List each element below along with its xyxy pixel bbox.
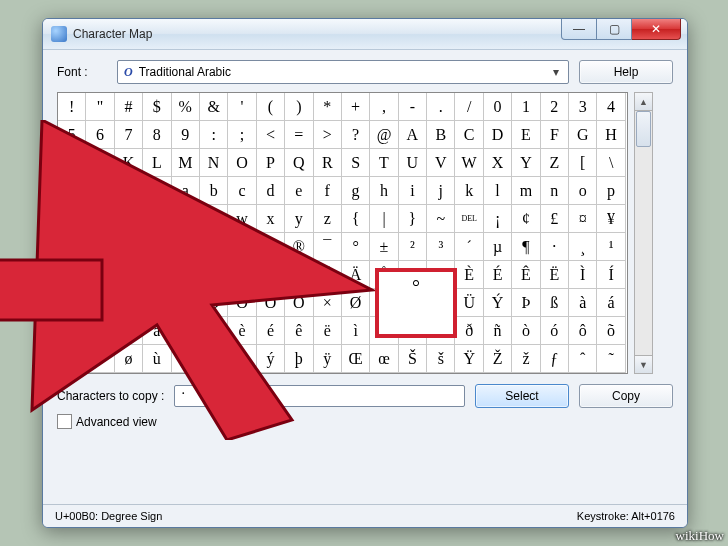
char-cell[interactable]: Ÿ: [455, 345, 483, 373]
char-cell[interactable]: (: [257, 93, 285, 121]
char-cell[interactable]: 9: [172, 121, 200, 149]
char-cell[interactable]: š: [427, 345, 455, 373]
char-cell[interactable]: I: [58, 149, 86, 177]
char-cell[interactable]: 6: [86, 121, 114, 149]
char-cell[interactable]: ±: [370, 233, 398, 261]
char-cell[interactable]: µ: [484, 233, 512, 261]
char-cell[interactable]: ^: [86, 177, 114, 205]
char-cell[interactable]: ¼: [115, 261, 143, 289]
maximize-button[interactable]: ▢: [597, 19, 632, 40]
char-cell[interactable]: ñ: [484, 317, 512, 345]
char-cell[interactable]: 8: [143, 121, 171, 149]
char-cell[interactable]: ¦: [58, 233, 86, 261]
char-cell[interactable]: ¢: [512, 205, 540, 233]
char-cell[interactable]: Ñ: [143, 289, 171, 317]
char-cell[interactable]: i: [399, 177, 427, 205]
char-cell[interactable]: ´: [455, 233, 483, 261]
char-cell[interactable]: 5: [58, 121, 86, 149]
char-cell[interactable]: £: [541, 205, 569, 233]
char-cell[interactable]: ,: [370, 93, 398, 121]
char-cell[interactable]: ˜: [597, 345, 625, 373]
char-cell[interactable]: ã: [86, 317, 114, 345]
char-cell[interactable]: T: [370, 149, 398, 177]
char-cell[interactable]: $: [143, 93, 171, 121]
char-cell[interactable]: ¤: [569, 205, 597, 233]
char-cell[interactable]: Q: [285, 149, 313, 177]
char-cell[interactable]: Ê: [512, 261, 540, 289]
char-cell[interactable]: œ: [370, 345, 398, 373]
char-cell[interactable]: Â: [285, 261, 313, 289]
char-cell[interactable]: DEL: [455, 205, 483, 233]
char-cell[interactable]: Þ: [512, 289, 540, 317]
char-cell[interactable]: ): [285, 93, 313, 121]
char-cell[interactable]: ]: [58, 177, 86, 205]
char-cell[interactable]: n: [541, 177, 569, 205]
scroll-up-icon[interactable]: ▲: [635, 93, 652, 111]
characters-to-copy-input[interactable]: ·: [174, 385, 465, 407]
char-cell[interactable]: :: [200, 121, 228, 149]
char-cell[interactable]: ž: [512, 345, 540, 373]
char-cell[interactable]: B: [427, 121, 455, 149]
char-cell[interactable]: ~: [427, 205, 455, 233]
char-cell[interactable]: O: [228, 149, 256, 177]
char-cell[interactable]: ì: [342, 317, 370, 345]
char-cell[interactable]: V: [427, 149, 455, 177]
char-cell[interactable]: F: [541, 121, 569, 149]
char-cell[interactable]: þ: [285, 345, 313, 373]
char-cell[interactable]: Ö: [285, 289, 313, 317]
char-cell[interactable]: ¿: [200, 261, 228, 289]
help-button[interactable]: Help: [579, 60, 673, 84]
char-cell[interactable]: G: [569, 121, 597, 149]
char-cell[interactable]: ƒ: [541, 345, 569, 373]
char-cell[interactable]: ·: [541, 233, 569, 261]
char-cell[interactable]: m: [512, 177, 540, 205]
char-cell[interactable]: M: [172, 149, 200, 177]
titlebar[interactable]: Character Map — ▢ ✕: [43, 19, 687, 50]
char-cell[interactable]: å: [143, 317, 171, 345]
char-cell[interactable]: °: [342, 233, 370, 261]
char-cell[interactable]: Ø: [342, 289, 370, 317]
char-cell[interactable]: º: [58, 261, 86, 289]
char-cell[interactable]: 2: [541, 93, 569, 121]
char-cell[interactable]: ": [86, 93, 114, 121]
char-cell[interactable]: Œ: [342, 345, 370, 373]
char-cell[interactable]: æ: [172, 317, 200, 345]
char-cell[interactable]: H: [597, 121, 625, 149]
char-cell[interactable]: á: [597, 289, 625, 317]
char-cell[interactable]: ê: [285, 317, 313, 345]
character-grid[interactable]: !"#$%&'()*+,-./0123456789:;<=>?@ABCDEFGH…: [57, 92, 628, 374]
char-cell[interactable]: à: [569, 289, 597, 317]
char-cell[interactable]: ç: [200, 317, 228, 345]
char-cell[interactable]: ß: [541, 289, 569, 317]
char-cell[interactable]: ¨: [115, 233, 143, 261]
char-cell[interactable]: v: [200, 205, 228, 233]
char-cell[interactable]: @: [370, 121, 398, 149]
char-cell[interactable]: Ô: [228, 289, 256, 317]
char-cell[interactable]: ¬: [228, 233, 256, 261]
char-cell[interactable]: *: [314, 93, 342, 121]
char-cell[interactable]: Š: [399, 345, 427, 373]
char-cell[interactable]: ¾: [172, 261, 200, 289]
char-cell[interactable]: ù: [143, 345, 171, 373]
char-cell[interactable]: 0: [484, 93, 512, 121]
grid-scrollbar[interactable]: ▲ ▼: [634, 92, 653, 374]
char-cell[interactable]: =: [285, 121, 313, 149]
char-cell[interactable]: ¶: [512, 233, 540, 261]
char-cell[interactable]: Ž: [484, 345, 512, 373]
char-cell[interactable]: .: [427, 93, 455, 121]
char-cell[interactable]: Ò: [172, 289, 200, 317]
char-cell[interactable]: ²: [399, 233, 427, 261]
char-cell[interactable]: K: [115, 149, 143, 177]
char-cell[interactable]: Ü: [455, 289, 483, 317]
char-cell[interactable]: û: [200, 345, 228, 373]
char-cell[interactable]: â: [58, 317, 86, 345]
char-cell[interactable]: \: [597, 149, 625, 177]
char-cell[interactable]: `: [143, 177, 171, 205]
char-cell[interactable]: »: [86, 261, 114, 289]
char-cell[interactable]: D: [484, 121, 512, 149]
char-cell[interactable]: ú: [172, 345, 200, 373]
char-cell[interactable]: N: [200, 149, 228, 177]
char-cell[interactable]: &: [200, 93, 228, 121]
char-cell[interactable]: Ì: [569, 261, 597, 289]
char-cell[interactable]: ˆ: [569, 345, 597, 373]
